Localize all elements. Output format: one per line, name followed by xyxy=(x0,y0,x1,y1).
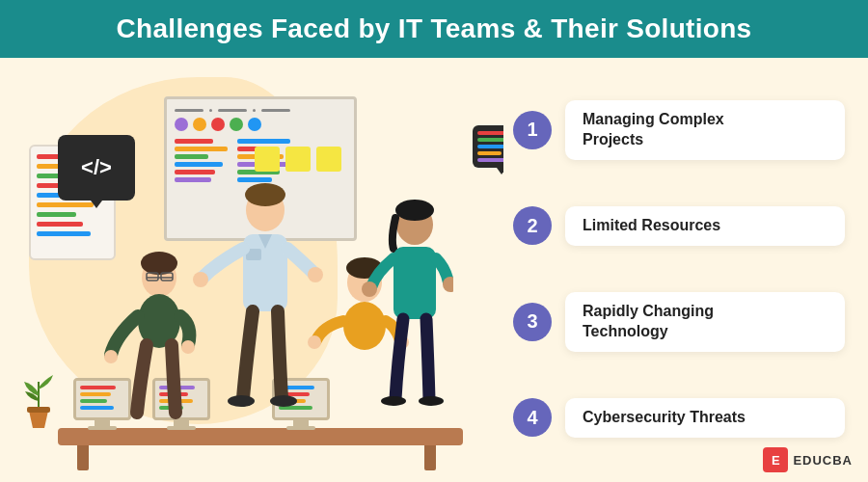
educba-icon: E xyxy=(763,447,788,472)
challenge-box-3: Rapidly ChangingTechnology xyxy=(565,292,845,352)
svg-point-13 xyxy=(308,267,323,282)
challenge-box-4: Cybersecurity Threats xyxy=(565,398,845,438)
svg-point-6 xyxy=(104,350,118,363)
challenge-label-4: Cybersecurity Threats xyxy=(583,408,827,428)
challenge-number-2: 2 xyxy=(513,206,552,245)
challenge-item-4: 4 Cybersecurity Threats xyxy=(513,398,845,438)
svg-point-15 xyxy=(270,395,297,407)
challenge-label-1: Managing ComplexProjects xyxy=(583,110,827,150)
illustration-area: </> xyxy=(0,58,503,480)
challenge-number-3: 3 xyxy=(513,303,552,341)
challenge-label-2: Limited Resources xyxy=(583,216,827,236)
chat-bubble xyxy=(473,125,503,168)
right-panel: 1 Managing ComplexProjects 2 Limited Res… xyxy=(503,58,868,480)
plant-decoration xyxy=(19,372,58,430)
challenge-item-3: 3 Rapidly ChangingTechnology xyxy=(513,292,845,352)
svg-rect-28 xyxy=(27,407,50,413)
challenge-number-1: 1 xyxy=(513,111,552,149)
people-illustration xyxy=(87,114,453,442)
svg-point-19 xyxy=(308,335,321,349)
svg-point-1 xyxy=(141,252,177,275)
educba-logo: E EDUCBA xyxy=(763,447,853,472)
svg-point-12 xyxy=(193,272,208,287)
svg-point-7 xyxy=(181,340,195,354)
educba-text: EDUCBA xyxy=(793,453,853,468)
challenge-box-1: Managing ComplexProjects xyxy=(565,100,845,160)
page-header: Challenges Faced by IT Teams & Their Sol… xyxy=(0,0,868,58)
svg-point-22 xyxy=(395,200,434,221)
svg-point-24 xyxy=(362,281,377,297)
desk-leg-right xyxy=(424,443,436,470)
challenge-number-4: 4 xyxy=(513,398,552,437)
svg-rect-23 xyxy=(393,247,436,319)
desk-leg-left xyxy=(77,443,89,470)
challenge-item-2: 2 Limited Resources xyxy=(513,206,845,246)
svg-point-9 xyxy=(245,183,285,206)
svg-point-18 xyxy=(343,302,386,350)
challenge-label-3: Rapidly ChangingTechnology xyxy=(583,302,827,342)
main-content: </> xyxy=(0,58,868,480)
challenge-box-2: Limited Resources xyxy=(565,206,845,246)
challenge-item-1: 1 Managing ComplexProjects xyxy=(513,100,845,160)
svg-point-14 xyxy=(228,395,255,407)
svg-point-26 xyxy=(381,396,406,406)
svg-point-27 xyxy=(419,396,444,406)
main-title: Challenges Faced by IT Teams & Their Sol… xyxy=(23,13,845,44)
